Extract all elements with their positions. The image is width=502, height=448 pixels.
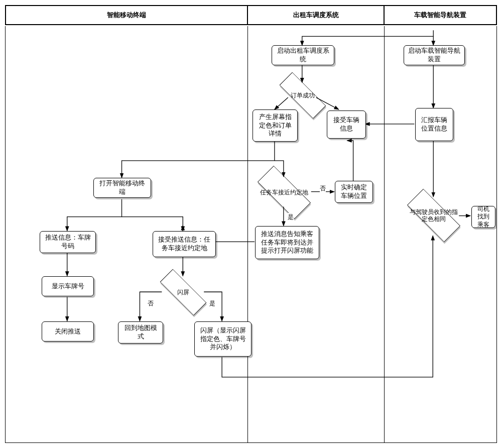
label-yes-2: 是 [209,299,215,308]
lane-divider-2 [384,26,385,442]
box-close-push: 关闭推送 [42,321,94,342]
box-open-terminal: 打开智能移动终端 [93,178,151,198]
box-realtime-pos: 实时确定车辆位置 [335,181,373,203]
swimlane-body: 启动出租车调度系统 订单成功 产生屏幕指定色和订单详情 接受车辆信息 任务车接近… [5,26,497,443]
box-return-map: 回到地图模式 [118,321,163,344]
box-gen-color: 产生屏幕指定色和订单详情 [253,109,298,142]
label-no-1: 否 [320,184,326,193]
box-driver-find: 司机找到乘客 [471,206,495,228]
diamond-same-color: 与驾驶员收到的指定色相同 [406,198,461,233]
diamond-flash: 闪屏 [158,277,208,307]
box-flash-display: 闪屏（显示闪屏指定色、车牌号并闪烁） [194,321,252,357]
diamond-task-near: 任务车接近约定地 [257,175,312,210]
box-start-dispatch: 启动出租车调度系统 [272,45,334,65]
lane-header-3: 车载智能导航装置 [385,6,496,24]
box-push-msg: 推送消息告知乘客任务车即将到达并提示打开闪屏功能 [255,226,319,259]
lane-header-1: 智能移动终端 [6,6,248,24]
lane-header-2: 出租车调度系统 [248,6,385,24]
swimlane-header: 智能移动终端 出租车调度系统 车载智能导航装置 [5,5,497,25]
box-push-plate: 推送信息：车牌号码 [40,231,96,253]
box-report-pos: 汇报车辆位置信息 [415,108,453,141]
lane-divider-1 [247,26,248,442]
box-show-plate: 显示车牌号 [42,276,94,296]
box-recv-push: 接受推送信息：任务车接近约定地 [153,231,216,257]
diamond-order-success: 订单成功 [278,80,328,110]
label-yes-1: 是 [288,213,294,221]
label-no-2: 否 [148,299,154,308]
box-accept-vehicle: 接受车辆信息 [327,110,366,139]
box-start-nav: 启动车载智能导航装置 [404,45,465,65]
